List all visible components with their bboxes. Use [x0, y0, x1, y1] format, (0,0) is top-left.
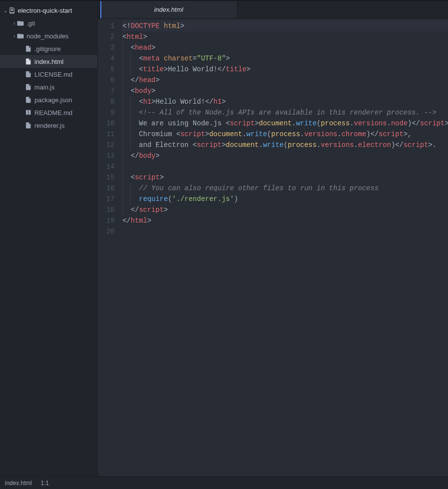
line-number: 8 [98, 96, 115, 107]
file-tree[interactable]: ⌄electron-quick-start›.git›node_modules.… [0, 1, 97, 132]
line-number: 11 [98, 129, 115, 140]
line-number: 15 [98, 172, 115, 183]
file-icon [25, 96, 32, 104]
tree-item-label: electron-quick-start [18, 7, 72, 14]
chevron-down-icon[interactable]: ⌄ [3, 8, 8, 13]
file-tree-item-electron-quick-start[interactable]: ⌄electron-quick-start [0, 4, 97, 17]
code-line[interactable]: </script> [122, 204, 448, 215]
line-number: 14 [98, 161, 115, 172]
file-icon [25, 45, 32, 53]
code-area[interactable]: <!DOCTYPE html><html> <head> <meta chars… [119, 19, 448, 476]
code-line[interactable]: <head> [122, 42, 448, 53]
file-tree-item-index-html[interactable]: index.html [0, 55, 97, 68]
file-tree-item--gitignore[interactable]: .gitignore [0, 42, 97, 55]
tree-item-label: renderer.js [34, 122, 64, 129]
file-icon [25, 58, 32, 65]
line-number: 12 [98, 140, 115, 150]
line-number: 17 [98, 194, 115, 204]
tab-bar[interactable]: index.html [98, 1, 448, 19]
code-editor[interactable]: 1234567891011121314151617181920 <!DOCTYP… [98, 19, 448, 476]
code-line[interactable]: require('./renderer.js') [122, 194, 448, 204]
tree-item-label: LICENSE.md [34, 71, 72, 78]
line-number: 13 [98, 150, 115, 161]
code-line[interactable]: <script> [122, 172, 448, 183]
tree-item-label: main.js [34, 84, 55, 91]
code-line[interactable]: </html> [122, 215, 448, 226]
file-icon [25, 121, 32, 129]
code-line[interactable] [122, 161, 448, 172]
app-root: ⌄electron-quick-start›.git›node_modules.… [0, 0, 448, 489]
file-icon [25, 70, 32, 78]
folder-icon [17, 19, 25, 27]
tree-item-label: index.html [34, 58, 63, 65]
line-number: 16 [98, 183, 115, 194]
folder-icon [17, 32, 25, 40]
line-number: 20 [98, 226, 115, 237]
line-number: 2 [98, 31, 115, 42]
line-number-gutter: 1234567891011121314151617181920 [98, 19, 119, 476]
line-number: 9 [98, 107, 115, 118]
line-number: 3 [98, 42, 115, 53]
file-icon [25, 83, 32, 91]
repo-icon [8, 6, 16, 14]
code-line[interactable]: We are using Node.js <script>document.wr… [122, 118, 448, 129]
line-number: 18 [98, 204, 115, 215]
line-number: 5 [98, 64, 115, 75]
file-tree-item-package-json[interactable]: package.json [0, 93, 97, 106]
code-line[interactable]: Chromium <script>document.write(process.… [122, 129, 448, 140]
line-number: 10 [98, 118, 115, 129]
chevron-right-icon[interactable]: › [12, 21, 17, 26]
folder-node-modules[interactable]: ›node_modules [0, 29, 97, 42]
tree-item-label: node_modules [27, 32, 68, 40]
line-number: 6 [98, 75, 115, 86]
tab-index-html[interactable]: index.html [100, 0, 238, 18]
status-filename[interactable]: index.html [5, 480, 32, 487]
code-line[interactable]: <html> [122, 31, 448, 42]
tab-title: index.html [154, 6, 183, 13]
line-number: 19 [98, 215, 115, 226]
file-tree-item-readme-md[interactable]: README.md [0, 106, 97, 119]
line-number: 7 [98, 86, 115, 96]
code-line[interactable]: and Electron <script>document.write(proc… [122, 140, 448, 150]
line-number: 1 [98, 21, 115, 31]
code-line[interactable]: </body> [122, 150, 448, 161]
code-line[interactable]: <!-- All of the Node.js APIs are availab… [122, 107, 448, 118]
code-line[interactable]: <!DOCTYPE html> [122, 21, 448, 31]
code-line[interactable]: // You can also require other files to r… [122, 183, 448, 194]
code-line[interactable]: <meta charset="UTF-8"> [122, 53, 448, 64]
chevron-right-icon[interactable]: › [12, 33, 17, 39]
file-tree-item-license-md[interactable]: LICENSE.md [0, 68, 97, 81]
code-line[interactable]: <h1>Hello World!</h1> [122, 96, 448, 107]
file-tree-sidebar: ⌄electron-quick-start›.git›node_modules.… [0, 1, 98, 476]
folder--git[interactable]: ›.git [0, 17, 97, 29]
file-tree-item-renderer-js[interactable]: renderer.js [0, 119, 97, 132]
book-icon [25, 109, 32, 116]
tree-item-label: README.md [34, 109, 72, 116]
main-area: ⌄electron-quick-start›.git›node_modules.… [0, 1, 448, 476]
code-line[interactable]: </head> [122, 75, 448, 86]
status-bar: index.html 1:1 [0, 476, 448, 489]
code-line[interactable]: <title>Hello World!</title> [122, 64, 448, 75]
code-line[interactable] [122, 226, 448, 237]
file-tree-item-main-js[interactable]: main.js [0, 81, 97, 93]
line-number: 4 [98, 53, 115, 64]
tree-item-label: .git [27, 20, 35, 27]
status-cursor-position[interactable]: 1:1 [41, 480, 49, 487]
tree-item-label: .gitignore [34, 45, 60, 53]
tree-item-label: package.json [34, 96, 72, 104]
code-line[interactable]: <body> [122, 86, 448, 96]
editor-pane: index.html 12345678910111213141516171819… [98, 1, 448, 476]
